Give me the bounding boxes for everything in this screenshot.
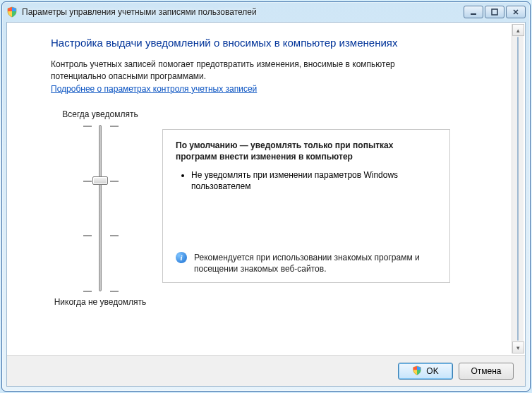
ok-button-label: OK xyxy=(426,366,438,376)
minimize-button[interactable] xyxy=(464,6,483,18)
scroll-down-button[interactable]: ▾ xyxy=(512,341,524,353)
slider-label-never: Никогда не уведомлять xyxy=(54,297,147,307)
level-description-box: По умолчанию — уведомлять только при поп… xyxy=(162,129,450,283)
shield-icon xyxy=(6,6,18,18)
slider-thumb[interactable] xyxy=(92,176,108,185)
svg-rect-1 xyxy=(492,9,497,15)
intro-text: Контроль учетных записей помогает предот… xyxy=(51,59,446,83)
cancel-button[interactable]: Отмена xyxy=(459,363,514,380)
slider-label-always: Всегда уведомлять xyxy=(62,109,138,119)
uac-settings-window: Параметры управления учетными записями п… xyxy=(1,1,531,392)
notification-slider[interactable] xyxy=(99,125,102,291)
scroll-thumb[interactable] xyxy=(517,37,519,341)
scroll-up-button[interactable]: ▴ xyxy=(512,24,524,36)
vertical-scrollbar[interactable]: ▴ ▾ xyxy=(512,24,524,353)
close-button[interactable] xyxy=(506,6,526,18)
maximize-button[interactable] xyxy=(485,6,504,18)
cancel-button-label: Отмена xyxy=(471,366,501,376)
level-bullet: Не уведомлять при изменении параметров W… xyxy=(191,169,437,192)
level-recommendation: Рекомендуется при использовании знакомых… xyxy=(194,252,437,274)
info-icon: i xyxy=(176,252,187,263)
content: Настройка выдачи уведомлений о вносимых … xyxy=(7,23,525,355)
titlebar[interactable]: Параметры управления учетными записями п… xyxy=(2,2,530,22)
window-title: Параметры управления учетными записями п… xyxy=(22,7,459,17)
svg-rect-0 xyxy=(471,13,476,15)
client-area: Настройка выдачи уведомлений о вносимых … xyxy=(6,22,526,387)
learn-more-link[interactable]: Подробнее о параметрах контроля учетных … xyxy=(51,84,257,94)
shield-icon xyxy=(412,365,423,377)
page-heading: Настройка выдачи уведомлений о вносимых … xyxy=(51,37,500,49)
button-bar: OK Отмена xyxy=(7,355,525,386)
ok-button[interactable]: OK xyxy=(398,363,453,380)
level-title: По умолчанию — уведомлять только при поп… xyxy=(176,140,437,162)
